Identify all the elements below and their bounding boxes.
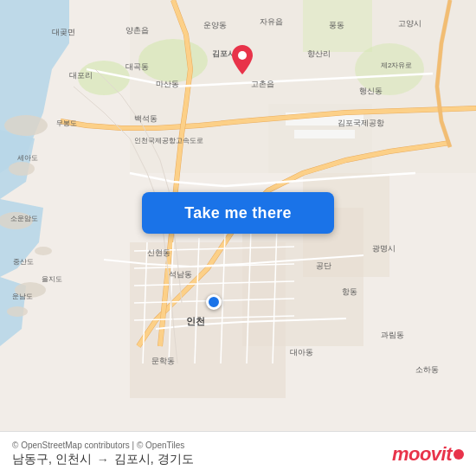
origin-pin xyxy=(206,294,222,310)
svg-text:광명시: 광명시 xyxy=(372,244,396,253)
origin-label: 남동구, 인천시 xyxy=(12,452,92,467)
svg-point-3 xyxy=(9,162,35,176)
svg-text:소운암도: 소운암도 xyxy=(10,215,38,222)
svg-text:대곶면: 대곶면 xyxy=(52,28,75,36)
map-container: 대곶면 양촌읍 운양동 자유읍 풍동 고양시 대포리 대곡동 김포시 향산리 마… xyxy=(0,0,476,476)
moovit-logo: moovit xyxy=(392,443,464,466)
svg-text:운양동: 운양동 xyxy=(203,21,227,29)
svg-text:중산도: 중산도 xyxy=(13,258,34,266)
svg-text:고양시: 고양시 xyxy=(398,19,421,28)
svg-point-8 xyxy=(138,39,208,82)
footer-attribution: © OpenStreetMap contributors | © OpenTil… xyxy=(12,441,194,450)
svg-text:무봉도: 무봉도 xyxy=(56,119,77,127)
svg-text:자유읍: 자유읍 xyxy=(260,17,283,26)
svg-point-53 xyxy=(238,51,247,60)
moovit-text: moovit xyxy=(392,443,452,466)
footer-left: © OpenStreetMap contributors | © OpenTil… xyxy=(12,441,194,467)
footer-route: 남동구, 인천시 → 김포시, 경기도 xyxy=(12,452,194,467)
svg-text:양촌읍: 양촌읍 xyxy=(125,26,149,35)
svg-text:인천: 인천 xyxy=(186,316,205,326)
svg-text:운남도: 운남도 xyxy=(12,293,33,300)
svg-text:공단: 공단 xyxy=(316,261,331,270)
svg-text:신현동: 신현동 xyxy=(147,248,170,257)
route-arrow: → xyxy=(97,453,109,466)
svg-text:세아도: 세아도 xyxy=(17,154,38,162)
svg-text:행신동: 행신동 xyxy=(359,87,383,95)
svg-text:풍동: 풍동 xyxy=(329,21,344,29)
svg-text:대포리: 대포리 xyxy=(69,71,93,80)
take-me-there-button[interactable]: Take me there xyxy=(142,192,334,234)
svg-text:석남동: 석남동 xyxy=(169,270,192,279)
svg-point-5 xyxy=(7,306,28,317)
svg-text:제2자유로: 제2자유로 xyxy=(381,61,412,69)
svg-text:고촌읍: 고촌읍 xyxy=(251,80,274,88)
moovit-dot xyxy=(453,449,464,460)
destination-label: 김포시, 경기도 xyxy=(114,452,194,467)
svg-text:대아동: 대아동 xyxy=(290,348,313,357)
svg-rect-17 xyxy=(294,130,355,138)
svg-text:항동: 항동 xyxy=(342,287,357,296)
svg-text:대곡동: 대곡동 xyxy=(125,62,149,71)
svg-point-6 xyxy=(35,247,52,255)
svg-text:향산리: 향산리 xyxy=(307,49,331,58)
svg-text:을지도: 을지도 xyxy=(42,275,62,283)
svg-text:마산동: 마산동 xyxy=(156,80,179,88)
svg-point-1 xyxy=(4,115,48,136)
svg-text:문학동: 문학동 xyxy=(151,357,175,365)
svg-text:과림동: 과림동 xyxy=(381,331,404,339)
footer: © OpenStreetMap contributors | © OpenTil… xyxy=(0,431,476,476)
svg-text:백석동: 백석동 xyxy=(134,114,158,123)
svg-text:소하동: 소하동 xyxy=(415,365,439,374)
svg-text:인천국제공항고속도로: 인천국제공항고속도로 xyxy=(134,137,203,145)
svg-text:김포국제공항: 김포국제공항 xyxy=(338,119,384,127)
destination-pin xyxy=(232,45,253,71)
